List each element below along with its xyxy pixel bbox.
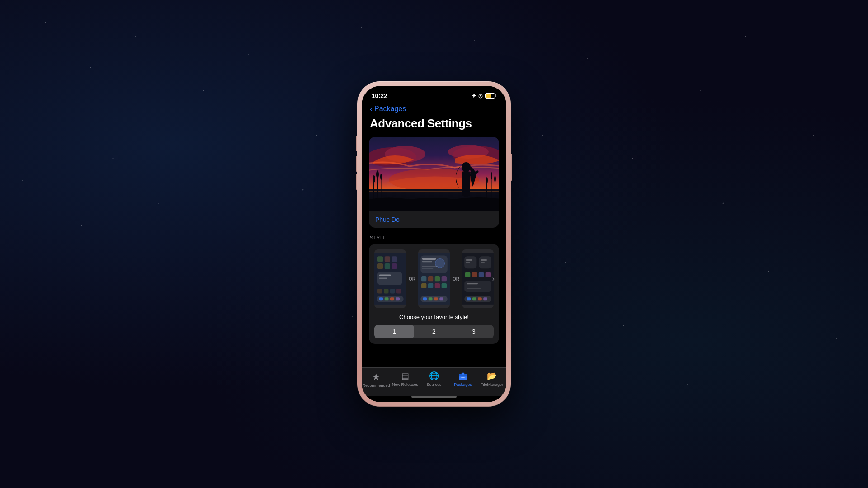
- content-spacer: [362, 344, 506, 353]
- svg-rect-81: [483, 297, 487, 300]
- style-caption: Choose your favorite style!: [374, 314, 494, 320]
- screen-content[interactable]: ‹ Packages Advanced Settings: [362, 101, 506, 367]
- chevron-right-icon[interactable]: ›: [492, 275, 495, 283]
- svg-point-13: [373, 175, 375, 183]
- style-previews: OR: [374, 249, 494, 308]
- sunset-scene-svg: [369, 137, 499, 211]
- hero-card: Phuc Do: [369, 137, 499, 228]
- filemanager-icon: 📂: [487, 371, 497, 381]
- svg-rect-48: [422, 268, 434, 269]
- svg-rect-26: [392, 256, 397, 262]
- svg-rect-72: [486, 272, 491, 277]
- hero-image: [369, 137, 499, 211]
- back-label: Packages: [374, 105, 406, 113]
- battery-body: [485, 93, 495, 99]
- style-preview-3[interactable]: [462, 249, 494, 308]
- status-icons: ✈ ◎: [472, 93, 496, 99]
- mockup-svg-1: [374, 249, 406, 308]
- tab-item-new-releases[interactable]: ▤ New Releases: [391, 371, 420, 388]
- svg-rect-31: [379, 274, 391, 276]
- page-title: Advanced Settings: [362, 115, 506, 137]
- svg-rect-75: [467, 286, 474, 286]
- new-releases-icon: ▤: [401, 371, 409, 381]
- hero-author[interactable]: Phuc Do: [369, 211, 499, 228]
- svg-rect-50: [428, 276, 433, 281]
- status-time: 10:22: [372, 92, 387, 99]
- style-selector: 1 2 3: [374, 325, 494, 338]
- svg-rect-86: [461, 377, 465, 378]
- tab-item-sources[interactable]: 🌐 Sources: [420, 371, 448, 388]
- phone-screen: 10:22 ✈ ◎ ‹ Packages: [362, 86, 506, 402]
- style-section-label: STYLE: [369, 235, 499, 240]
- svg-rect-79: [472, 297, 476, 300]
- back-chevron-icon: ‹: [370, 105, 373, 113]
- svg-rect-51: [435, 276, 440, 281]
- svg-rect-59: [429, 297, 433, 300]
- style-or-2: OR: [453, 277, 459, 282]
- recommended-icon: ★: [372, 371, 380, 382]
- battery-indicator: [485, 93, 496, 99]
- svg-rect-55: [435, 283, 440, 288]
- svg-rect-44: [422, 258, 436, 260]
- svg-rect-70: [472, 272, 477, 277]
- svg-point-20: [486, 177, 488, 183]
- tab-item-packages[interactable]: Packages: [448, 371, 477, 388]
- svg-point-16: [462, 162, 471, 172]
- svg-rect-58: [423, 297, 427, 300]
- svg-point-15: [380, 174, 382, 180]
- svg-rect-60: [434, 297, 438, 300]
- svg-rect-56: [442, 283, 447, 288]
- new-releases-label: New Releases: [392, 382, 418, 387]
- svg-rect-32: [379, 277, 387, 279]
- style-or-1: OR: [409, 277, 415, 282]
- svg-rect-66: [466, 262, 470, 263]
- svg-rect-38: [379, 297, 383, 300]
- svg-rect-24: [377, 256, 383, 262]
- style-preview-1[interactable]: [374, 249, 406, 308]
- svg-rect-78: [467, 297, 471, 300]
- style-btn-2[interactable]: 2: [414, 325, 454, 338]
- svg-rect-39: [385, 297, 389, 300]
- battery-tip: [495, 94, 496, 97]
- svg-rect-65: [466, 259, 472, 261]
- svg-rect-36: [396, 289, 401, 294]
- svg-rect-28: [385, 263, 390, 269]
- tab-item-recommended[interactable]: ★ Recommended: [362, 371, 391, 388]
- svg-rect-68: [481, 262, 485, 263]
- svg-rect-80: [478, 297, 482, 300]
- svg-rect-40: [390, 297, 394, 300]
- battery-fill: [486, 94, 491, 98]
- svg-rect-76: [467, 288, 481, 289]
- mockup-svg-2: [418, 249, 450, 308]
- svg-point-14: [376, 170, 379, 178]
- svg-rect-71: [479, 272, 484, 277]
- svg-rect-29: [392, 263, 397, 269]
- svg-rect-9: [369, 193, 499, 193]
- airplane-icon: ✈: [472, 93, 476, 99]
- svg-rect-25: [385, 256, 390, 262]
- svg-point-21: [491, 172, 492, 179]
- style-btn-1[interactable]: 1: [374, 325, 414, 338]
- phone-frame: 10:22 ✈ ◎ ‹ Packages: [357, 81, 511, 407]
- svg-rect-52: [442, 276, 447, 281]
- recommended-label: Recommended: [362, 383, 390, 388]
- packages-label: Packages: [454, 382, 472, 387]
- svg-rect-69: [465, 272, 470, 277]
- svg-rect-34: [384, 289, 389, 294]
- style-card: OR: [369, 244, 499, 344]
- style-preview-2[interactable]: [418, 249, 450, 308]
- svg-rect-47: [422, 266, 438, 267]
- wifi-icon: ◎: [478, 93, 483, 99]
- back-button[interactable]: ‹ Packages: [362, 101, 506, 115]
- svg-rect-74: [467, 283, 478, 285]
- svg-rect-27: [377, 263, 383, 269]
- svg-rect-84: [462, 373, 464, 375]
- home-indicator: [411, 396, 457, 398]
- svg-rect-53: [421, 283, 426, 288]
- svg-rect-67: [481, 259, 487, 261]
- style-btn-3[interactable]: 3: [454, 325, 494, 338]
- tab-item-filemanager[interactable]: 📂 FileManager: [477, 371, 506, 388]
- svg-rect-33: [377, 289, 382, 294]
- style-section: STYLE: [369, 235, 499, 344]
- svg-rect-35: [390, 289, 395, 294]
